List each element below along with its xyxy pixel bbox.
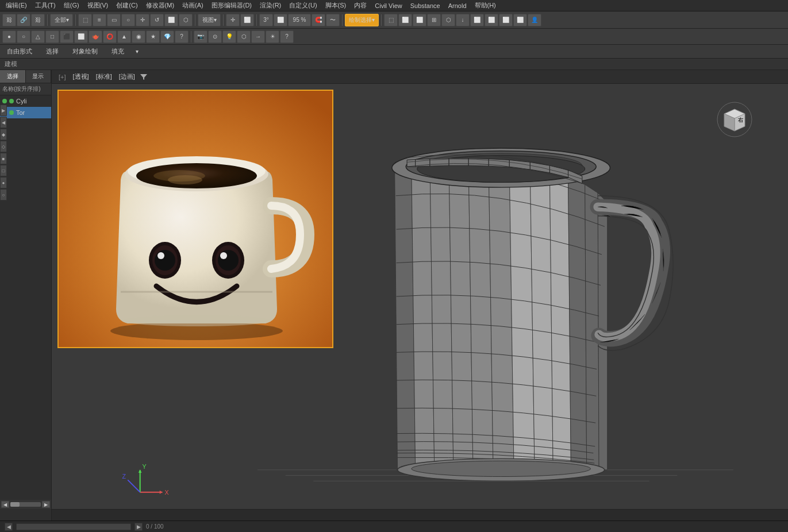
progress-track[interactable] (16, 523, 131, 530)
fill-dropdown[interactable]: ▾ (136, 48, 139, 55)
tb-right5[interactable]: ⬡ (441, 14, 455, 26)
subtb-select[interactable]: 选择 (44, 47, 61, 56)
tab-select[interactable]: 选择 (0, 70, 26, 83)
subtb-freeform[interactable]: 自由形式 (5, 47, 34, 56)
menu-script[interactable]: 脚本(S) (322, 1, 350, 10)
tb-right7[interactable]: ⬜ (470, 14, 484, 26)
tb-select-list[interactable]: ≡ (93, 14, 106, 26)
menu-graph-editor[interactable]: 图形编辑器(D) (208, 1, 255, 10)
left-tool-6[interactable]: □ (0, 165, 7, 176)
tb-right9[interactable]: ⬜ (499, 14, 513, 26)
sidebar-scrollbar[interactable]: ◀ ▶ (0, 500, 51, 509)
left-tool-2[interactable]: ◀ (0, 117, 7, 128)
tb-right2[interactable]: ⬜ (398, 14, 412, 26)
tb-right3[interactable]: ⬜ (413, 14, 426, 26)
tb-scale2[interactable]: ⬡ (179, 14, 193, 26)
tb-draw-select[interactable]: 绘制选择▾ (345, 14, 379, 26)
menu-edit[interactable]: 编辑(E) (2, 1, 30, 10)
menu-civil-view[interactable]: Civil View (371, 2, 405, 10)
tb2-question[interactable]: ? (175, 30, 189, 43)
left-tool-1[interactable]: ▶ (0, 105, 7, 116)
tb-wave[interactable]: 〜 (326, 14, 340, 26)
tb2-plane[interactable]: ⬜ (74, 30, 88, 43)
tb2-light[interactable]: 💡 (222, 30, 236, 43)
left-tool-7[interactable]: ● (0, 177, 7, 188)
tb-chain-link3[interactable]: ⛓ (31, 14, 45, 26)
vp-tag3[interactable]: [标准] (94, 72, 114, 82)
menu-modifier[interactable]: 修改器(M) (143, 1, 178, 10)
reference-image[interactable] (57, 90, 333, 348)
tb2-gem[interactable]: 💎 (160, 30, 174, 43)
menu-tools[interactable]: 工具(T) (32, 1, 59, 10)
tb-view-dropdown[interactable]: 视图▾ (198, 14, 221, 26)
tb-all-dropdown[interactable]: 全部▾ (50, 14, 73, 26)
menu-arnold[interactable]: Arnold (445, 2, 470, 10)
tb2-cam[interactable]: 📷 (194, 30, 207, 43)
tb-crosshair[interactable]: ✛ (226, 14, 240, 26)
tb2-triangle[interactable]: △ (31, 30, 45, 43)
progress-prev-btn[interactable]: ◀ (5, 523, 13, 531)
tb-select-circle[interactable]: ○ (121, 14, 135, 26)
scroll-track[interactable] (10, 502, 41, 507)
subtb-fill[interactable]: 填充 (109, 47, 126, 56)
left-tool-5[interactable]: ■ (0, 153, 7, 164)
viewport-filter-icon[interactable] (140, 73, 148, 81)
menu-help[interactable]: 帮助(H) (471, 1, 499, 10)
tb-chain-link1[interactable]: ⛓ (2, 14, 16, 26)
tb2-target[interactable]: ⊙ (208, 30, 222, 43)
view-arrow-icon: ▾ (214, 17, 217, 23)
tb-select-fence[interactable]: ▭ (107, 14, 121, 26)
tb-right10[interactable]: ⬜ (513, 14, 527, 26)
vp-tag2[interactable]: [透视] (71, 72, 91, 82)
vp-tag4[interactable]: [边画] (117, 72, 137, 82)
menu-create[interactable]: 创建(C) (113, 1, 141, 10)
tb-scale[interactable]: ⬜ (164, 14, 178, 26)
left-tool-4[interactable]: ◇ (0, 141, 7, 152)
tb-move[interactable]: ✛ (136, 14, 149, 26)
scroll-left-btn[interactable]: ◀ (1, 501, 9, 508)
tb2-teapot[interactable]: 🫖 (89, 30, 102, 43)
tb-right6[interactable]: ↓ (456, 14, 470, 26)
tb2-cone[interactable]: ▲ (117, 30, 131, 43)
tb2-sky[interactable]: ☀ (266, 30, 279, 43)
tb-percent[interactable]: 95 % (288, 14, 311, 26)
svg-marker-28 (568, 178, 587, 470)
tb-user[interactable]: 👤 (528, 14, 541, 26)
cube-gizmo[interactable]: 右 (716, 101, 754, 138)
tb-angle[interactable]: 3° (259, 14, 273, 26)
menu-customize[interactable]: 自定义(U) (286, 1, 320, 10)
vp-tag1[interactable]: [+] (56, 73, 68, 81)
menu-view[interactable]: 视图(V) (84, 1, 112, 10)
tb2-spot[interactable]: ⬡ (237, 30, 251, 43)
tb2-circle[interactable]: ○ (17, 30, 30, 43)
menu-animation[interactable]: 动画(A) (179, 1, 207, 10)
scroll-right-btn[interactable]: ▶ (42, 501, 50, 508)
tb2-tube[interactable]: ◉ (132, 30, 145, 43)
menu-substance[interactable]: Substance (407, 2, 444, 10)
tb-rotate[interactable]: ↺ (150, 14, 164, 26)
viewport-3d[interactable]: .wf-line { stroke: #333; stroke-width: 1… (52, 84, 788, 509)
tb-pct1[interactable]: ⬜ (274, 14, 287, 26)
tb-snaps[interactable]: ⬜ (240, 14, 254, 26)
left-tool-8[interactable]: ○ (0, 189, 7, 201)
tb-magnet[interactable]: 🧲 (312, 14, 325, 26)
menu-render[interactable]: 渲染(R) (256, 1, 285, 10)
tb-select-rect[interactable]: ⬚ (78, 14, 92, 26)
tb-chain-link2[interactable]: 🔗 (17, 14, 30, 26)
menu-group[interactable]: 组(G) (60, 1, 83, 10)
tb-right1[interactable]: ⬚ (384, 14, 398, 26)
tb2-star[interactable]: ★ (146, 30, 160, 43)
tb2-direct[interactable]: → (251, 30, 265, 43)
tb2-torus[interactable]: ⭕ (103, 30, 117, 43)
tb2-sphere[interactable]: ● (2, 30, 16, 43)
left-tool-3[interactable]: ◆ (0, 129, 7, 140)
tb2-cyl[interactable]: ⬛ (60, 30, 74, 43)
subtb-obj-paint[interactable]: 对象绘制 (70, 47, 100, 56)
tb2-box[interactable]: □ (45, 30, 59, 43)
tb2-question2[interactable]: ? (280, 30, 294, 43)
tb-right8[interactable]: ⬜ (485, 14, 498, 26)
tb-right4[interactable]: ⊞ (427, 14, 441, 26)
menu-content[interactable]: 内容 (351, 1, 370, 10)
tab-display[interactable]: 显示 (26, 70, 52, 83)
progress-next-btn[interactable]: ▶ (134, 523, 143, 531)
